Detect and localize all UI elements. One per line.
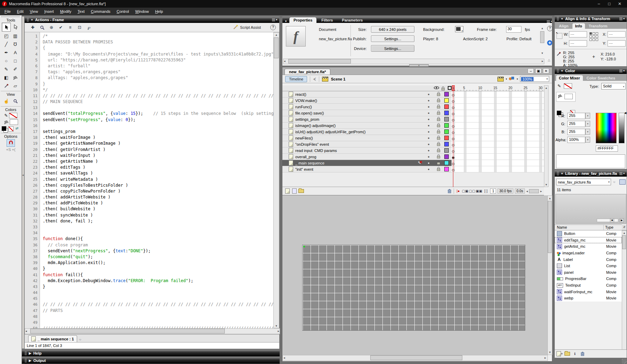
collapse-triangle-icon[interactable]: ▼ [31, 18, 33, 22]
background-color-swatch[interactable]: ▾ [455, 26, 463, 32]
delete-layer-button[interactable] [447, 189, 452, 194]
stroke-color-swatch[interactable] [564, 83, 572, 89]
frame-rate-value[interactable]: 30.0 fps [497, 188, 513, 194]
eraser-tool[interactable]: ▱ [11, 82, 20, 90]
sort-order-icon[interactable]: ⇵ [622, 225, 627, 230]
fill-color-swatch[interactable] [10, 119, 18, 125]
layer-lock-icon[interactable] [435, 123, 442, 128]
rectangle-tool[interactable]: □ [11, 57, 20, 65]
collapse-triangle-icon[interactable]: ▼ [284, 20, 287, 23]
color-spectrum-picker[interactable] [596, 113, 617, 143]
stage-canvas[interactable] [302, 245, 525, 331]
layer-outline-color[interactable] [444, 167, 449, 171]
scroll-thumb[interactable] [370, 355, 462, 360]
paint-bucket-tool[interactable] [11, 73, 20, 82]
playhead-line[interactable] [453, 85, 453, 187]
layer-outline-color[interactable] [444, 148, 449, 153]
snap-to-objects-button[interactable] [7, 139, 15, 147]
oval-tool[interactable]: ○ [2, 57, 11, 65]
tab-properties[interactable]: Properties [289, 17, 316, 23]
add-motion-guide-button[interactable] [291, 189, 297, 194]
layer-frames-row[interactable] [452, 104, 544, 110]
menu-insert[interactable]: Insert [41, 8, 57, 15]
menu-edit[interactable]: Edit [14, 8, 27, 15]
scroll-left-icon[interactable]: ◂ [526, 189, 528, 194]
doc-restore-button[interactable]: ▣ [535, 68, 542, 74]
resize-triangle-icon[interactable]: △ [548, 58, 550, 62]
code-horizontal-scrollbar[interactable]: ◂ ▸ [25, 328, 280, 334]
eyedropper-tool[interactable] [2, 82, 11, 90]
menu-file[interactable]: File [1, 8, 14, 15]
timeline-ruler[interactable]: 1 51015202530 [452, 85, 544, 91]
layer-frames-row[interactable] [452, 135, 544, 141]
layer-outline-color[interactable] [444, 104, 449, 109]
fill-color-swatch[interactable] [564, 94, 573, 99]
scroll-thumb[interactable] [622, 235, 626, 249]
free-transform-tool[interactable]: ◰ [2, 32, 11, 40]
layer-row[interactable]: _ main sequence✎✕● [282, 160, 452, 166]
new-folder-button[interactable] [564, 352, 570, 356]
menu-window[interactable]: Window [132, 8, 152, 15]
h-field[interactable]: --- [569, 40, 587, 46]
layer-row[interactable]: settings_prom● [282, 116, 452, 122]
new-library-window-icon[interactable] [619, 179, 626, 185]
library-item[interactable]: imageLoaderComp [555, 250, 622, 256]
layer-outline-color[interactable] [444, 111, 449, 115]
find-icon[interactable] [39, 24, 45, 31]
layer-visibility-dot[interactable]: ● [425, 111, 432, 115]
hand-tool[interactable]: ☝ [2, 97, 11, 105]
ink-bottle-tool[interactable]: ◧ [2, 73, 11, 82]
panel-splitter[interactable]: ◂ [22, 16, 24, 349]
back-arrow-icon[interactable]: ⮜ [313, 77, 316, 82]
layer-frames-row[interactable] [452, 122, 544, 129]
b-spinner[interactable]: ▾ [585, 129, 590, 135]
layer-outline-color[interactable] [444, 123, 449, 128]
layer-row[interactable]: newFiles()● [282, 135, 452, 141]
layer-lock-icon[interactable] [435, 92, 442, 97]
menu-view[interactable]: View [27, 8, 41, 15]
library-item[interactable]: panelMovie [555, 269, 622, 276]
b-input[interactable]: 255 [567, 129, 585, 135]
show-code-hint-icon[interactable]: ⊡ [76, 24, 83, 31]
layer-lock-icon[interactable] [435, 142, 442, 147]
brush-tool[interactable]: ✐ [11, 65, 20, 73]
scroll-thumb[interactable] [274, 37, 279, 58]
column-name[interactable]: Name [555, 225, 604, 230]
expand-triangle-icon[interactable]: ▶ [29, 359, 31, 362]
menu-help[interactable]: Help [152, 8, 166, 15]
layer-frames-row[interactable] [452, 147, 544, 154]
stage-horizontal-scrollbar[interactable]: ◂ ▸ [282, 355, 548, 361]
layer-row[interactable]: isUrl() adjustUrl() adjustUrlFile_getPro… [282, 129, 452, 135]
debug-options-icon[interactable]: ℘ [86, 24, 92, 31]
layer-visibility-dot[interactable]: ● [425, 143, 432, 146]
scroll-left-icon[interactable]: ◂ [283, 355, 285, 360]
scroll-right-icon[interactable]: ▸ [278, 329, 279, 333]
library-item[interactable]: ListComp [555, 263, 622, 269]
g-spinner[interactable]: ▾ [585, 121, 590, 127]
layer-visibility-dot[interactable]: ● [425, 149, 432, 152]
library-item[interactable]: getArtist_mcMovie [555, 243, 622, 250]
insert-target-path-icon[interactable]: ⊕ [48, 24, 55, 31]
layer-visibility-dot[interactable]: ● [425, 105, 432, 109]
layer-row[interactable]: "onDropFiles" event● [282, 141, 452, 147]
stage-pasteboard[interactable] [282, 195, 548, 355]
scroll-thumb[interactable] [30, 329, 225, 333]
zoom-select[interactable]: 100% ▾ [520, 76, 549, 82]
layer-lock-icon[interactable] [435, 104, 442, 109]
modify-onion-markers-button[interactable]: [·] [483, 189, 489, 194]
panel-menu-icon[interactable]: ▾ [619, 69, 625, 72]
scroll-down-icon[interactable]: ▾ [273, 323, 279, 328]
layer-lock-icon[interactable] [435, 148, 442, 153]
panel-menu-icon[interactable]: ▾ [272, 18, 277, 21]
scroll-right-icon[interactable]: ▸ [542, 59, 543, 64]
brightness-slider[interactable] [619, 113, 625, 143]
close-button[interactable]: ✕ [614, 1, 625, 6]
menu-control[interactable]: Control [114, 8, 132, 15]
lasso-tool[interactable]: ℧ [11, 40, 20, 48]
layer-lock-icon[interactable] [435, 160, 442, 166]
layer-frames-row[interactable] [452, 141, 544, 147]
script-assist-button[interactable]: Script Assist [233, 25, 261, 30]
panel-menu-icon[interactable]: ▾ [619, 172, 625, 175]
help-panel-bar[interactable]: ▶ Help [22, 350, 280, 356]
layer-lock-icon[interactable] [435, 117, 442, 122]
